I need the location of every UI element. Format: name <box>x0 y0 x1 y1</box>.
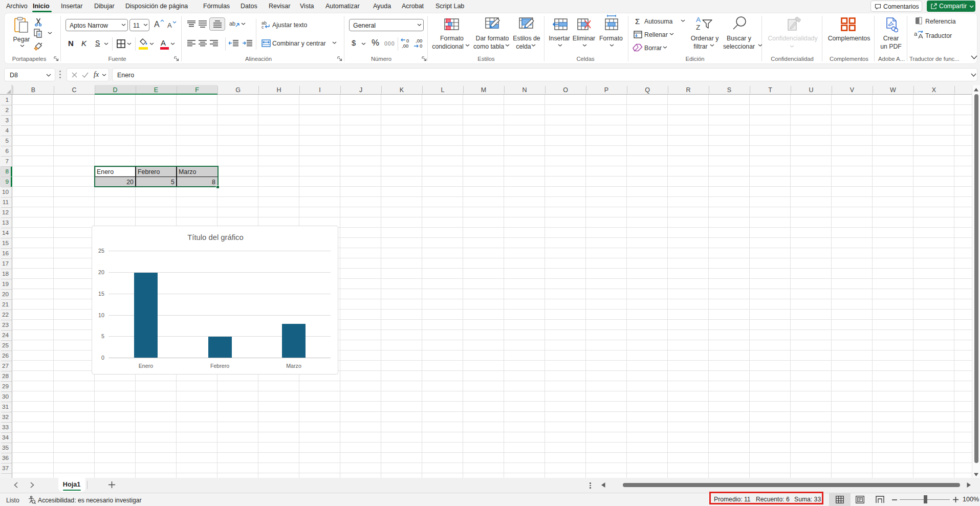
svg-text:a: a <box>914 31 918 37</box>
svg-text:c: c <box>262 25 264 29</box>
svg-text:ab: ab <box>229 20 235 27</box>
svg-text:0: 0 <box>420 43 422 49</box>
svg-text:,00: ,00 <box>402 43 408 49</box>
